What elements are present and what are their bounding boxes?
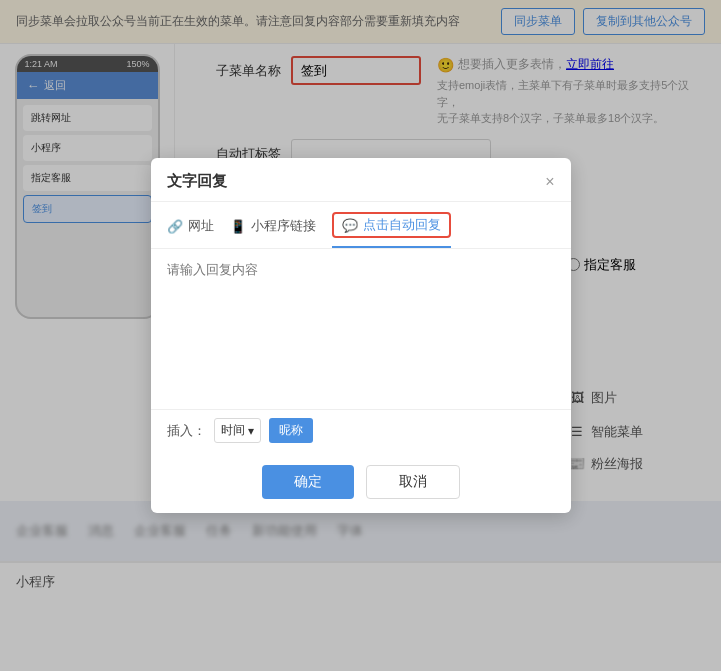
dialog-tab-url[interactable]: 🔗 网址 <box>167 212 214 248</box>
confirm-button[interactable]: 确定 <box>262 465 354 499</box>
dialog-actions: 确定 取消 <box>151 455 571 513</box>
dialog-tab-auto-reply[interactable]: 💬 点击自动回复 <box>332 212 451 248</box>
cancel-button[interactable]: 取消 <box>366 465 460 499</box>
page-wrapper: 同步菜单会拉取公众号当前正在生效的菜单。请注意回复内容部分需要重新填充内容 同步… <box>0 0 721 671</box>
reply-content-textarea[interactable] <box>167 261 555 391</box>
miniprogram-link-tab-icon: 📱 <box>230 219 246 234</box>
dialog-body <box>151 249 571 409</box>
auto-reply-tab-icon: 💬 <box>342 218 358 233</box>
dialog-tabs: 🔗 网址 📱 小程序链接 💬 点击自动回复 <box>151 202 571 249</box>
url-tab-label: 网址 <box>188 217 214 235</box>
dialog-overlay[interactable]: 文字回复 × 🔗 网址 📱 小程序链接 💬 点击自动回复 <box>0 0 721 671</box>
dialog-tab-miniprogram-link[interactable]: 📱 小程序链接 <box>230 212 316 248</box>
dialog-header: 文字回复 × <box>151 158 571 202</box>
time-select[interactable]: 时间 ▾ <box>214 418 261 443</box>
dialog-footer: 插入： 时间 ▾ 昵称 <box>151 409 571 455</box>
dialog-close-button[interactable]: × <box>545 173 554 191</box>
auto-reply-tab-label: 点击自动回复 <box>363 216 441 234</box>
insert-label: 插入： <box>167 422 206 440</box>
nickname-button[interactable]: 昵称 <box>269 418 313 443</box>
auto-reply-tab-box: 💬 点击自动回复 <box>332 212 451 238</box>
text-reply-dialog: 文字回复 × 🔗 网址 📱 小程序链接 💬 点击自动回复 <box>151 158 571 513</box>
chevron-down-icon: ▾ <box>248 424 254 438</box>
miniprogram-link-tab-label: 小程序链接 <box>251 217 316 235</box>
url-tab-icon: 🔗 <box>167 219 183 234</box>
dialog-title: 文字回复 <box>167 172 227 191</box>
